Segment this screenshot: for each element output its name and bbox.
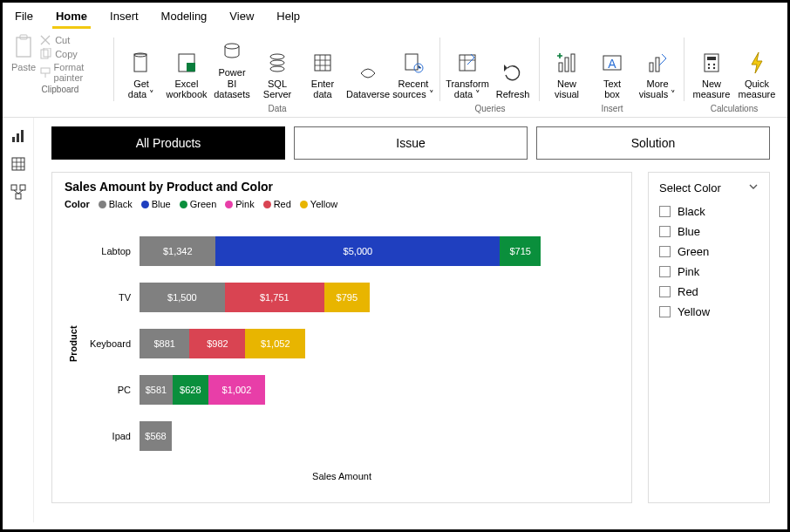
- bar-category: Keyboard: [82, 338, 131, 349]
- slicer-option-pink[interactable]: Pink: [659, 262, 759, 282]
- svg-point-12: [270, 66, 284, 72]
- bar-stack[interactable]: $568: [140, 421, 172, 451]
- svg-rect-30: [12, 137, 15, 142]
- tab-all-products[interactable]: All Products: [51, 126, 285, 160]
- svg-point-28: [708, 67, 710, 69]
- svg-rect-4: [41, 68, 50, 73]
- svg-rect-13: [315, 55, 330, 71]
- bar-stack[interactable]: $881$982$1,052: [140, 329, 305, 358]
- legend-item-black[interactable]: Black: [99, 199, 133, 209]
- ribbon-enter-data[interactable]: Enter data: [301, 34, 344, 102]
- bar-stack[interactable]: $1,500$1,751$795: [140, 283, 370, 312]
- bar-stack[interactable]: $1,342$5,000$715: [140, 236, 541, 266]
- ribbon-power-bi-datasets[interactable]: Power BI datasets: [210, 34, 254, 102]
- group-label-calculations: Calculations: [711, 102, 758, 117]
- legend-item-green[interactable]: Green: [180, 199, 217, 209]
- menu-insert[interactable]: Insert: [106, 6, 142, 29]
- y-axis-label: Product: [65, 222, 78, 466]
- svg-rect-0: [17, 38, 31, 57]
- model-view-icon[interactable]: [10, 184, 26, 200]
- svg-rect-23: [656, 58, 659, 72]
- bar-segment: $982: [189, 329, 245, 358]
- svg-rect-34: [11, 185, 17, 190]
- legend-item-yellow[interactable]: Yellow: [300, 199, 337, 209]
- bar-category: TV: [82, 292, 131, 303]
- ribbon-get-data[interactable]: Get data ˅: [119, 34, 163, 102]
- bar-segment: $715: [500, 236, 541, 266]
- svg-point-11: [270, 60, 284, 65]
- group-label-clipboard: Clipboard: [42, 83, 79, 98]
- svg-point-26: [708, 64, 710, 65]
- svg-rect-31: [17, 133, 19, 142]
- slicer-option-black[interactable]: Black: [659, 201, 759, 222]
- chart-visual[interactable]: Sales Amount by Product and Color ColorB…: [51, 172, 632, 503]
- checkbox-icon[interactable]: [659, 306, 671, 317]
- bar-segment: $581: [140, 375, 173, 405]
- checkbox-icon[interactable]: [659, 266, 671, 277]
- menu-view[interactable]: View: [226, 6, 257, 29]
- svg-rect-35: [20, 185, 25, 190]
- svg-rect-36: [16, 194, 21, 199]
- svg-rect-32: [21, 130, 24, 142]
- svg-rect-19: [571, 54, 575, 72]
- checkbox-icon[interactable]: [659, 286, 671, 297]
- ribbon-refresh[interactable]: Refresh: [491, 34, 535, 102]
- ribbon-sql-server[interactable]: SQL Server: [255, 34, 299, 102]
- svg-rect-16: [460, 55, 475, 71]
- tab-solution[interactable]: Solution: [536, 126, 770, 160]
- ribbon-transform-data[interactable]: Transform data ˅: [446, 34, 489, 102]
- tab-issue[interactable]: Issue: [294, 126, 528, 160]
- bar-segment: $795: [324, 283, 370, 312]
- slicer-option-green[interactable]: Green: [659, 242, 759, 262]
- ribbon-recent-sources[interactable]: Recent sources ˅: [392, 34, 435, 102]
- menu-file[interactable]: File: [11, 6, 37, 29]
- checkbox-icon[interactable]: [659, 206, 671, 217]
- chevron-down-icon[interactable]: [748, 181, 759, 194]
- legend-item-pink[interactable]: Pink: [225, 199, 254, 209]
- bar-segment: $1,751: [225, 283, 324, 312]
- svg-point-27: [713, 64, 715, 65]
- ribbon-dataverse[interactable]: Dataverse: [346, 34, 390, 102]
- group-label-queries: Queries: [474, 102, 505, 117]
- bar-segment: $1,342: [140, 236, 215, 266]
- ribbon-new-visual[interactable]: New visual: [545, 34, 589, 102]
- svg-text:A: A: [608, 57, 616, 71]
- svg-rect-22: [650, 63, 653, 72]
- menu-help[interactable]: Help: [273, 6, 303, 29]
- ribbon-excel-workbook[interactable]: Excel workbook: [165, 34, 208, 102]
- report-view-icon[interactable]: [10, 128, 26, 144]
- bar-segment: $628: [173, 375, 208, 405]
- bar-segment: $5,000: [215, 236, 500, 266]
- svg-rect-14: [405, 54, 418, 70]
- paste-button[interactable]: Paste: [11, 34, 36, 72]
- checkbox-icon[interactable]: [659, 226, 671, 237]
- legend-item-red[interactable]: Red: [263, 199, 291, 209]
- menu-home[interactable]: Home: [52, 6, 91, 29]
- legend-item-blue[interactable]: Blue: [141, 199, 171, 209]
- svg-rect-8: [187, 63, 195, 72]
- cut-button[interactable]: Cut: [39, 34, 109, 46]
- bar-segment: $1,500: [140, 283, 225, 312]
- checkbox-icon[interactable]: [659, 246, 671, 257]
- svg-rect-17: [559, 63, 562, 72]
- ribbon-more-visuals[interactable]: More visuals ˅: [636, 34, 679, 102]
- bar-category: PC: [82, 385, 131, 395]
- ribbon-text-box[interactable]: AText box: [590, 34, 634, 102]
- svg-point-9: [225, 44, 239, 49]
- slicer-option-blue[interactable]: Blue: [659, 222, 759, 242]
- format-painter-button[interactable]: Format painter: [39, 62, 109, 83]
- slicer-option-red[interactable]: Red: [659, 282, 759, 302]
- bar-category: Ipad: [82, 431, 131, 441]
- chart-title: Sales Amount by Product and Color: [65, 180, 619, 194]
- ribbon-new-measure[interactable]: New measure: [690, 34, 733, 102]
- bar-stack[interactable]: $581$628$1,002: [140, 375, 265, 405]
- legend-label: Color: [65, 199, 90, 209]
- ribbon-quick-measure[interactable]: Quick measure: [735, 34, 779, 102]
- copy-button[interactable]: Copy: [39, 48, 109, 60]
- menu-modeling[interactable]: Modeling: [158, 6, 211, 29]
- slicer-option-yellow[interactable]: Yellow: [659, 302, 759, 322]
- slicer-visual[interactable]: Select Color BlackBlueGreenPinkRedYellow: [648, 172, 770, 503]
- data-view-icon[interactable]: [10, 156, 26, 172]
- bar-segment: $568: [140, 421, 172, 451]
- svg-rect-18: [565, 58, 569, 72]
